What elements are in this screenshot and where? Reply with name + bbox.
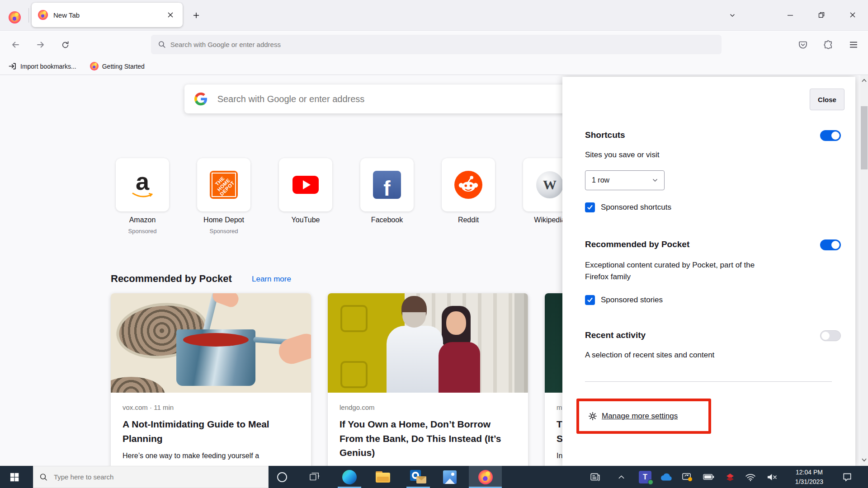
recent-activity-heading: Recent activity — [585, 330, 646, 340]
window-restore-button[interactable] — [813, 8, 830, 22]
bookmark-label: Getting Started — [102, 63, 145, 70]
new-tab-button[interactable] — [190, 9, 203, 22]
taskbar-search-input[interactable] — [54, 473, 262, 481]
shortcut-sponsored-label: Sponsored — [106, 228, 179, 235]
taskbar-clock[interactable]: 12:04 PM 1/31/2023 — [787, 466, 832, 488]
facebook-logo-icon: f — [373, 171, 401, 199]
google-logo-icon — [194, 92, 208, 106]
rows-select-value: 1 row — [592, 176, 609, 184]
menu-hamburger-icon[interactable] — [846, 38, 861, 52]
forward-button[interactable] — [33, 38, 48, 52]
home-depot-logo-icon: THE HOME DEPOT — [210, 171, 238, 199]
tray-battery-icon[interactable] — [700, 466, 717, 488]
pocket-toggle[interactable] — [820, 239, 841, 250]
bookmark-getting-started[interactable]: Getting Started — [87, 60, 147, 73]
page-scrollbar[interactable] — [860, 75, 868, 466]
shortcut-label: Home Depot — [188, 216, 260, 224]
taskbar-firefox-button-active[interactable] — [469, 466, 502, 488]
checkbox-checked-icon[interactable] — [585, 295, 595, 305]
sponsored-shortcuts-checkbox-row[interactable]: Sponsored shortcuts — [585, 202, 671, 212]
scroll-up-arrow-icon[interactable] — [862, 79, 867, 82]
pocket-heading: Recommended by Pocket — [585, 239, 689, 249]
pocket-card-home-loan[interactable]: lendgo.com If You Own a Home, Don’t Borr… — [328, 293, 528, 466]
bookmarks-toolbar: Import bookmarks... Getting Started — [0, 58, 868, 75]
checkbox-label: Sponsored shortcuts — [601, 203, 671, 212]
recent-activity-description: A selection of recent sites and content — [585, 351, 714, 360]
list-all-tabs-chevron-icon[interactable] — [725, 9, 740, 22]
taskbar-outlook-button[interactable] — [405, 466, 432, 488]
shortcut-tile-youtube[interactable] — [279, 158, 332, 211]
tray-onedrive-icon[interactable] — [657, 466, 675, 488]
manage-more-settings-link[interactable]: Manage more settings — [602, 412, 678, 421]
shortcuts-heading: Shortcuts — [585, 130, 625, 140]
card-domain: vox.com · 11 min — [123, 404, 299, 411]
time: 12:04 PM — [787, 468, 832, 477]
taskbar-search-box[interactable] — [33, 466, 269, 488]
card-excerpt: Here’s one way to make feeding yourself … — [123, 451, 299, 461]
tab-bar: New Tab — [0, 0, 868, 31]
bookmark-import-bookmarks[interactable]: Import bookmarks... — [5, 60, 79, 73]
taskbar-photos-button[interactable] — [436, 466, 463, 488]
scroll-down-arrow-icon[interactable] — [862, 458, 867, 462]
pocket-icon[interactable] — [796, 38, 810, 52]
extensions-puzzle-icon[interactable] — [821, 38, 835, 52]
tab-close-icon[interactable] — [165, 9, 176, 21]
tray-red-app-icon[interactable] — [722, 466, 739, 488]
outlook-icon — [410, 470, 426, 484]
chevron-down-icon — [652, 178, 658, 182]
card-image-couple-photo — [328, 293, 528, 393]
shortcut-tile-reddit[interactable] — [442, 158, 495, 211]
tray-teams-icon[interactable]: T — [637, 466, 654, 488]
task-view-button[interactable] — [304, 466, 326, 488]
shortcut-label: Reddit — [432, 216, 505, 224]
recent-activity-toggle[interactable] — [820, 330, 841, 341]
red-highlight-box: Manage more settings — [576, 399, 711, 434]
checkbox-checked-icon[interactable] — [585, 202, 595, 212]
taskbar-file-explorer-button[interactable] — [369, 466, 396, 488]
navigation-toolbar — [0, 31, 868, 58]
firefox-app-icon[interactable] — [9, 11, 21, 23]
start-button[interactable] — [4, 466, 25, 488]
checkbox-label: Sponsored stories — [601, 296, 663, 305]
window-close-button[interactable] — [844, 8, 861, 22]
shortcut-tile-home-depot[interactable]: THE HOME DEPOT — [197, 158, 250, 211]
tray-volume-muted-icon[interactable] — [763, 466, 781, 488]
scrollbar-thumb[interactable] — [861, 106, 868, 169]
firefox-window: New Tab — [0, 0, 868, 488]
action-center-icon[interactable] — [837, 466, 857, 488]
close-button[interactable]: Close — [810, 89, 844, 110]
edge-icon — [342, 470, 357, 484]
address-bar-input[interactable] — [170, 41, 714, 48]
tab-new-tab[interactable]: New Tab — [32, 3, 183, 27]
windows-logo-icon — [10, 473, 19, 482]
tray-show-hidden-icons-chevron[interactable] — [613, 466, 629, 488]
shortcuts-toggle[interactable] — [820, 130, 841, 141]
shortcut-sponsored-label: Sponsored — [188, 228, 260, 235]
wikipedia-logo-icon: W — [536, 171, 563, 198]
reload-button[interactable] — [58, 38, 72, 52]
rows-select[interactable]: 1 row — [585, 170, 665, 190]
tab-favicon-firefox-icon — [38, 10, 48, 20]
pocket-section-heading: Recommended by Pocket — [111, 273, 232, 285]
tray-wifi-icon[interactable] — [742, 466, 759, 488]
back-button[interactable] — [8, 38, 23, 52]
card-title: If You Own a Home, Don’t Borrow From the… — [340, 417, 516, 460]
address-bar[interactable] — [151, 35, 722, 54]
card-domain: lendgo.com — [340, 404, 516, 411]
shortcut-tile-amazon[interactable]: a — [116, 158, 169, 211]
taskbar-edge-button[interactable] — [336, 466, 363, 488]
window-minimize-button[interactable] — [782, 8, 799, 22]
tray-news-widget-icon[interactable] — [586, 466, 605, 488]
import-icon — [8, 62, 17, 70]
amazon-logo-icon: a — [132, 171, 153, 198]
gear-icon — [588, 412, 597, 421]
divider — [585, 381, 832, 382]
cortana-button[interactable] — [273, 466, 291, 488]
pocket-card-meal-planning[interactable]: vox.com · 11 min A Not-Intimidating Guid… — [111, 293, 311, 466]
search-icon — [158, 41, 166, 48]
learn-more-link[interactable]: Learn more — [252, 275, 291, 284]
sponsored-stories-checkbox-row[interactable]: Sponsored stories — [585, 295, 663, 305]
shortcut-tile-facebook[interactable]: f — [360, 158, 414, 211]
tray-display-sync-icon[interactable] — [679, 466, 696, 488]
card-title: A Not-Intimidating Guide to Meal Plannin… — [123, 417, 299, 446]
